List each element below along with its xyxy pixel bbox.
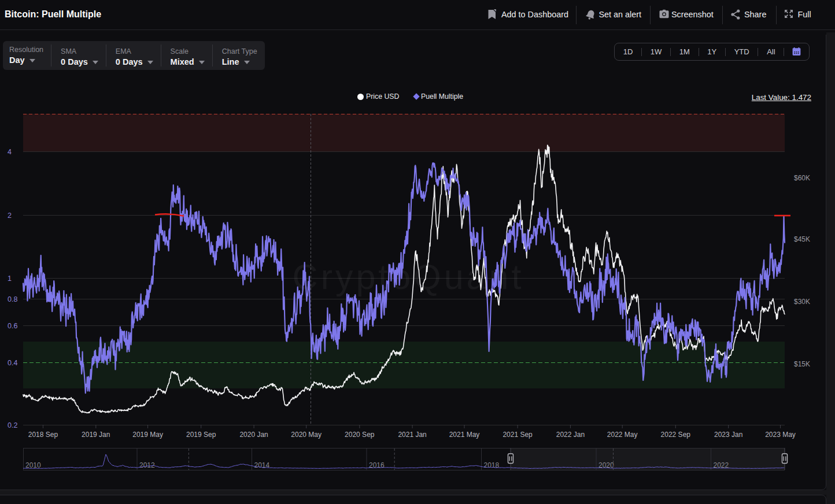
svg-text:4: 4	[8, 148, 12, 156]
svg-text:2019 Jan: 2019 Jan	[82, 431, 110, 439]
svg-text:2021 Jan: 2021 Jan	[398, 431, 426, 439]
svg-text:2: 2	[8, 212, 12, 220]
svg-text:1: 1	[8, 275, 12, 283]
svg-text:0.2: 0.2	[8, 421, 17, 429]
svg-text:2020 Jan: 2020 Jan	[239, 431, 268, 439]
svg-text:0.8: 0.8	[8, 295, 17, 303]
svg-text:0.4: 0.4	[8, 359, 17, 367]
svg-text:$45K: $45K	[794, 235, 810, 243]
svg-text:2023 Jan: 2023 Jan	[714, 431, 742, 439]
svg-text:2022 Sep: 2022 Sep	[661, 431, 691, 439]
svg-text:2020 May: 2020 May	[291, 431, 322, 439]
svg-text:$60K: $60K	[794, 174, 810, 182]
svg-text:2021 May: 2021 May	[449, 431, 480, 439]
svg-text:2021 Sep: 2021 Sep	[503, 431, 533, 439]
svg-text:2019 May: 2019 May	[132, 431, 163, 439]
svg-text:2020 Sep: 2020 Sep	[345, 431, 375, 439]
svg-text:2018 Sep: 2018 Sep	[28, 431, 58, 439]
svg-text:2018: 2018	[484, 461, 500, 469]
svg-text:2012: 2012	[139, 461, 155, 469]
svg-text:$30K: $30K	[794, 298, 810, 306]
svg-text:2014: 2014	[254, 461, 270, 469]
svg-text:2022 Jan: 2022 Jan	[556, 431, 585, 439]
svg-text:2022 May: 2022 May	[607, 431, 638, 439]
svg-text:2023 May: 2023 May	[765, 431, 796, 439]
svg-text:0.6: 0.6	[8, 322, 17, 330]
svg-text:2019 Sep: 2019 Sep	[186, 431, 216, 439]
svg-text:$15K: $15K	[794, 360, 810, 368]
